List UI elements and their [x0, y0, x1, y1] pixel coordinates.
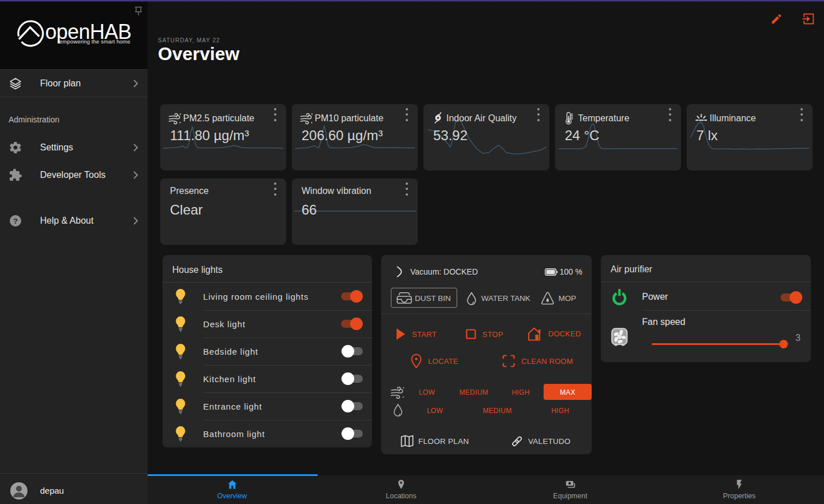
svg-text:?: ? [13, 217, 18, 225]
svg-text:empowering the smart home: empowering the smart home [60, 38, 130, 45]
